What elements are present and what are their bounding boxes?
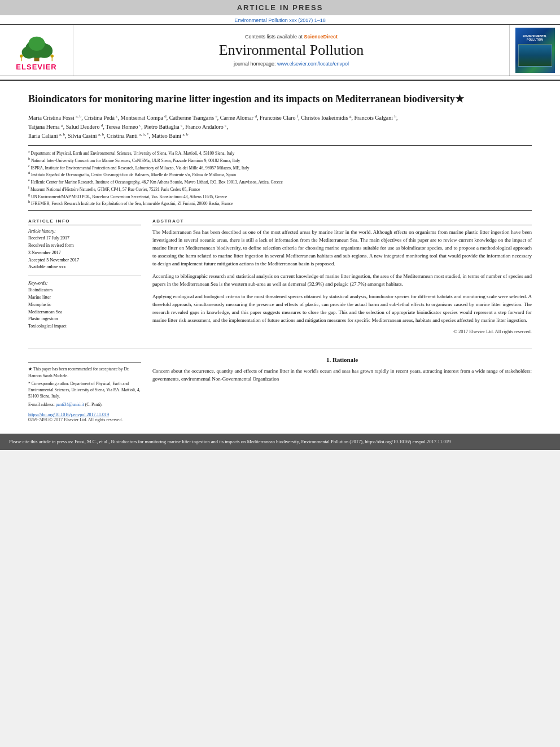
author-17: Matteo Baini a, b	[151, 133, 188, 139]
author-12-sup: c	[181, 123, 182, 128]
sciencedirect-line: Contents lists available at ScienceDirec…	[85, 34, 498, 40]
doi-line: https://doi.org/10.1016/j.envpol.2017.11…	[28, 411, 141, 417]
corresponding-footnote: * Corresponding author. Department of Ph…	[28, 381, 141, 400]
available-online: Available online xxx	[28, 264, 141, 271]
journal-citation: Environmental Pollution xxx (2017) 1–18	[234, 18, 326, 23]
keywords-section: Keywords: Bioindicators Marine litter Mi…	[28, 281, 141, 330]
doi-link[interactable]: https://doi.org/10.1016/j.envpol.2017.11…	[28, 412, 109, 417]
body-content: ★ This paper has been recommended for ac…	[28, 356, 532, 422]
history-label: Article history:	[28, 229, 141, 234]
author-9: Tatjana Hema g,	[28, 124, 66, 130]
article-info-section: ARTICLE INFO Article history: Received 1…	[28, 219, 141, 330]
footnotes-section: ★ This paper has been recommended for ac…	[28, 362, 141, 422]
aip-banner: ARTICLE IN PRESS	[0, 0, 560, 15]
elsevier-logo-box: ELSEVIER	[0, 25, 73, 76]
keyword-1: Bioindicators	[28, 287, 141, 294]
issn-line: 0269-7491/© 2017 Elsevier Ltd. All right…	[28, 417, 141, 422]
journal-cover-box: ENVIRONMENTAL POLLUTION	[509, 25, 560, 76]
keyword-2: Marine litter	[28, 294, 141, 302]
keywords-label: Keywords:	[28, 281, 141, 286]
abstract-section: ABSTRACT The Mediterranean Sea has been …	[152, 219, 532, 334]
article-info-header: ARTICLE INFO	[28, 219, 141, 225]
author-9-sup: g	[61, 123, 63, 128]
section-title: Rationale	[333, 356, 358, 363]
abstract-para-1: The Mediterranean Sea has been described…	[152, 229, 532, 268]
body-right-column: 1. Rationale Concern about the occurrenc…	[152, 356, 532, 422]
author-13: Franco Andaloro c,	[185, 124, 228, 130]
svg-point-5	[20, 54, 23, 57]
author-12: Pietro Battaglia c,	[144, 124, 185, 130]
author-14-sup: a, b	[59, 132, 65, 137]
page-wrapper: ARTICLE IN PRESS Environmental Pollution…	[0, 0, 560, 450]
keyword-3: Microplastic	[28, 302, 141, 309]
affiliation-d: d Instituto Español de Oceanografía, Cen…	[28, 171, 532, 178]
svg-point-7	[50, 54, 53, 57]
info-divider	[28, 276, 141, 276]
rationale-heading: 1. Rationale	[152, 356, 532, 363]
main-content: Bioindicators for monitoring marine litt…	[0, 81, 560, 428]
author-15: Silvia Casini a, b,	[68, 133, 107, 139]
homepage-label: journal homepage:	[234, 61, 277, 67]
author-5: Carme Alomar d,	[220, 115, 260, 121]
rationale-text: Concern about the occurrence, quantity a…	[152, 368, 532, 383]
article-history: Article history: Received 17 July 2017 R…	[28, 229, 141, 271]
author-11-sup: c	[139, 123, 141, 128]
article-title: Bioindicators for monitoring marine litt…	[28, 92, 532, 106]
email-footnote: E-mail address: panti34@unisi.it (C. Pan…	[28, 401, 141, 408]
two-column-layout: ARTICLE INFO Article history: Received 1…	[28, 219, 532, 340]
keyword-5: Plastic ingestion	[28, 316, 141, 323]
author-7: Christos Ioakeimidis g,	[301, 115, 354, 121]
citation-text: Please cite this article in press as: Fo…	[9, 439, 450, 444]
elsevier-brand: ELSEVIER	[16, 63, 56, 71]
received-date: Received 17 July 2017	[28, 235, 141, 242]
revised-label: Received in revised form	[28, 242, 141, 250]
author-10: Salud Deudero d,	[66, 124, 106, 130]
affiliation-b: b National Inter-University Consortium f…	[28, 156, 532, 164]
author-3-sup: d	[164, 113, 167, 118]
cover-title-line2: POLLUTION	[527, 38, 543, 42]
affiliation-a: a Department of Physical, Earth and Envi…	[28, 149, 532, 156]
affiliation-c: c ISPRA, Institute for Environmental Pro…	[28, 164, 532, 171]
email-link[interactable]: panti34@unisi.it	[56, 402, 84, 407]
journal-cover-image: ENVIRONMENTAL POLLUTION	[515, 28, 555, 73]
star-footnote-text: ★ This paper has been recommended for ac…	[28, 366, 129, 378]
affiliation-e: e Hellenic Center for Marine Research, I…	[28, 178, 532, 185]
author-8-sup: h	[395, 113, 397, 118]
author-6: Francoise Claro f,	[260, 115, 301, 121]
author-7-sup: g	[349, 113, 352, 118]
journal-homepage-line: journal homepage: www.elsevier.com/locat…	[85, 61, 498, 67]
homepage-link[interactable]: www.elsevier.com/locate/envpol	[277, 61, 349, 67]
affiliations: a Department of Physical, Earth and Envi…	[28, 145, 532, 211]
author-2: Cristina Pedà c,	[84, 115, 120, 121]
author-13-sup: c	[225, 123, 226, 128]
abstract-para-3: Applying ecological and biological crite…	[152, 293, 532, 325]
author-11: Teresa Romeo c,	[106, 124, 144, 130]
abstract-column: ABSTRACT The Mediterranean Sea has been …	[152, 219, 532, 340]
section-number: 1.	[326, 356, 331, 363]
keyword-4: Mediterranean Sea	[28, 309, 141, 316]
author-16-sup: a, b, *	[139, 132, 148, 137]
author-16: Cristina Panti a, b, *,	[107, 133, 151, 139]
author-2-sup: c	[116, 113, 117, 118]
journal-title-block: Contents lists available at ScienceDirec…	[73, 28, 509, 72]
author-10-sup: d	[101, 123, 103, 128]
author-1-sup: a, b	[76, 113, 81, 118]
article-info-column: ARTICLE INFO Article history: Received 1…	[28, 219, 141, 340]
keyword-6: Toxicological impact	[28, 323, 141, 330]
cover-image-art	[518, 44, 552, 67]
author-8: Francois Galgani h,	[354, 115, 397, 121]
author-15-sup: a, b	[98, 132, 104, 137]
corresponding-text: * Corresponding author. Department of Ph…	[28, 381, 141, 399]
star-footnote: ★ This paper has been recommended for ac…	[28, 366, 141, 379]
affiliation-g: g UN Environment/MAP MED POL, Barcelona …	[28, 193, 532, 200]
journal-title-main: Environmental Pollution	[85, 42, 498, 59]
content-divider	[28, 348, 532, 348]
author-4: Catherine Tsangaris e,	[169, 115, 220, 121]
svg-point-4	[28, 37, 45, 51]
contents-label: Contents lists available at	[245, 34, 304, 40]
aip-text: ARTICLE IN PRESS	[237, 3, 323, 12]
revised-date: 3 November 2017	[28, 250, 141, 257]
sciencedirect-link[interactable]: ScienceDirect	[304, 34, 338, 40]
copyright-line: © 2017 Elsevier Ltd. All rights reserved…	[152, 329, 532, 334]
journal-header-inner: ELSEVIER Contents lists available at Sci…	[0, 24, 560, 76]
